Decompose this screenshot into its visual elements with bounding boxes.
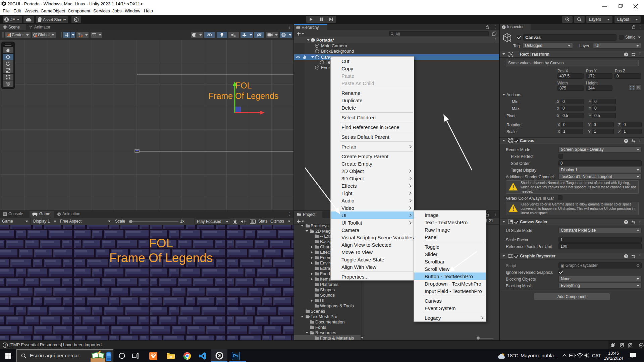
svg-text:?: ? [625, 139, 627, 143]
svg-text:Y: Y [67, 35, 68, 37]
svg-text:FOL: FOL [149, 236, 173, 250]
svg-text:Frame Of Legends: Frame Of Legends [209, 91, 278, 101]
svg-text:Frame Of Legends: Frame Of Legends [109, 251, 213, 265]
svg-text:?: ? [625, 221, 627, 224]
svg-text:?: ? [625, 53, 627, 56]
svg-text:FOL: FOL [235, 81, 252, 90]
svg-text:?: ? [625, 255, 627, 258]
